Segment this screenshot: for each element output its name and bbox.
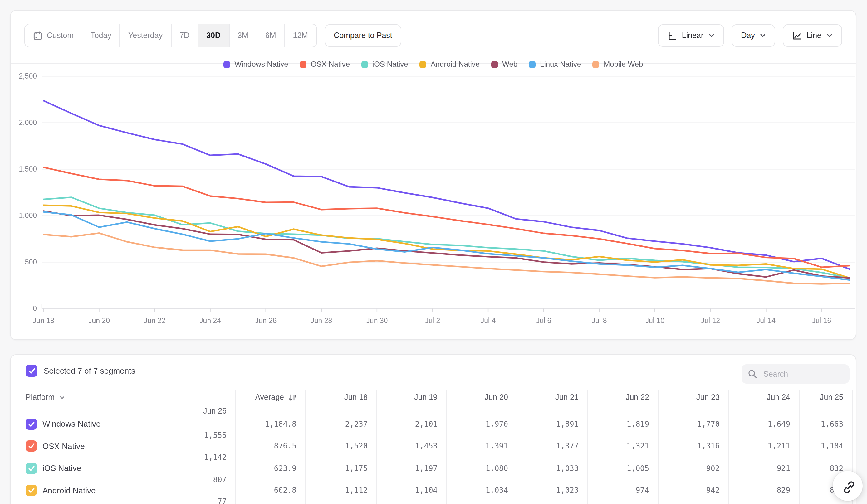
- average-cell: 1,184.8: [235, 420, 305, 428]
- range-today[interactable]: Today: [82, 24, 119, 47]
- value-cell: 1,770: [658, 420, 728, 428]
- average-header-label: Average: [255, 393, 284, 402]
- x-tick-label: Jun 22: [144, 317, 165, 325]
- row-checkbox-windows-native[interactable]: [25, 418, 37, 430]
- value-cell: 1,211: [728, 442, 799, 451]
- platform-header[interactable]: Platform: [11, 393, 235, 402]
- range-12m[interactable]: 12M: [284, 24, 317, 47]
- platform-name: OSX Native: [42, 442, 85, 451]
- y-tick-label: 2,500: [19, 72, 37, 80]
- granularity-dropdown[interactable]: Day: [731, 24, 775, 47]
- average-header[interactable]: Average: [235, 393, 305, 402]
- compare-to-past-button[interactable]: Compare to Past: [324, 24, 402, 47]
- date-header-jun-21: Jun 21: [517, 393, 587, 402]
- platform-name: Windows Native: [42, 419, 100, 429]
- value-cell: 1,453: [376, 442, 446, 451]
- date-range-segmented-control: CustomTodayYesterday7D30D3M6M12M: [24, 24, 317, 47]
- selected-segments-label: Selected 7 of 7 segments: [44, 366, 135, 375]
- x-tick-label: Jul 12: [701, 317, 720, 325]
- search-box[interactable]: [741, 364, 849, 384]
- value-cell: 77: [11, 497, 235, 504]
- line-chart: 05001,0001,5002,0002,500Jun 18Jun 20Jun …: [11, 63, 856, 338]
- date-header-jun-20: Jun 20: [446, 393, 517, 402]
- series-line-osx-native: [43, 167, 849, 267]
- check-icon: [28, 465, 35, 472]
- chart-card: CustomTodayYesterday7D30D3M6M12M Compare…: [10, 10, 856, 340]
- range-custom[interactable]: Custom: [25, 24, 82, 47]
- table-row-ios-native: iOS Native623.91,1751,1971,0801,0331,005…: [11, 462, 856, 484]
- x-tick-label: Jun 20: [88, 317, 110, 325]
- chevron-down-icon: [826, 33, 833, 38]
- check-icon: [28, 368, 35, 374]
- value-cell: 1,142: [11, 453, 235, 462]
- range-6m[interactable]: 6M: [257, 24, 284, 47]
- calendar-icon: [33, 31, 42, 40]
- x-tick-label: Jun 30: [366, 317, 388, 325]
- platform-cell: Android Native: [11, 485, 235, 496]
- range-label: Today: [90, 31, 111, 40]
- series-line-linux-native: [43, 212, 849, 280]
- chevron-down-icon: [760, 33, 766, 38]
- line-chart-icon: [792, 31, 802, 40]
- y-tick-label: 1,500: [19, 165, 37, 173]
- value-cell: 1,520: [305, 442, 376, 451]
- x-tick-label: Jul 2: [425, 317, 440, 325]
- row-checkbox-ios-native[interactable]: [25, 463, 37, 474]
- value-cell: 1,080: [446, 464, 517, 473]
- range-3m[interactable]: 3M: [229, 24, 257, 47]
- value-cell: 1,023: [517, 486, 587, 495]
- share-link-button[interactable]: [833, 471, 863, 501]
- value-cell: 829: [728, 486, 799, 495]
- range-label: Yesterday: [128, 31, 163, 40]
- value-cell: 1,819: [587, 420, 658, 428]
- value-cell: 1,377: [517, 442, 587, 451]
- y-tick-label: 500: [25, 258, 37, 266]
- x-tick-label: Jun 24: [200, 317, 221, 325]
- scale-dropdown[interactable]: Linear: [658, 24, 724, 47]
- x-tick-label: Jul 16: [812, 317, 831, 325]
- row-checkbox-osx-native[interactable]: [25, 441, 37, 452]
- sort-descending-icon: [288, 393, 297, 402]
- row-checkbox-android-native[interactable]: [25, 485, 37, 496]
- x-tick-label: Jul 10: [645, 317, 664, 325]
- check-icon: [28, 443, 35, 449]
- x-tick-label: Jul 14: [757, 317, 776, 325]
- search-input[interactable]: [762, 369, 843, 379]
- value-cell: 1,112: [305, 486, 376, 495]
- table-row-osx-native: OSX Native876.51,5201,4531,3911,3771,321…: [11, 440, 856, 462]
- scale-dropdown-label: Linear: [682, 31, 704, 40]
- range-label: 7D: [180, 31, 190, 40]
- platform-cell: Windows Native: [11, 418, 235, 430]
- chevron-down-icon: [708, 33, 715, 38]
- axis-icon: [667, 31, 677, 40]
- y-tick-label: 0: [33, 304, 37, 313]
- value-cell: 1,321: [587, 442, 658, 451]
- compare-to-past-label: Compare to Past: [334, 31, 392, 40]
- range-7d[interactable]: 7D: [171, 24, 197, 47]
- platform-name: iOS Native: [42, 464, 81, 473]
- date-header-jun-24: Jun 24: [728, 393, 799, 402]
- segments-table: PlatformAverageJun 18Jun 19Jun 20Jun 21J…: [11, 391, 856, 504]
- table-row-android-native: Android Native602.81,1121,1041,0341,0239…: [11, 484, 856, 504]
- value-cell: 1,104: [376, 486, 446, 495]
- series-line-mobile-web: [43, 233, 849, 284]
- range-yesterday[interactable]: Yesterday: [119, 24, 171, 47]
- range-label: 3M: [237, 31, 248, 40]
- value-cell: 2,101: [376, 420, 446, 428]
- select-all-checkbox[interactable]: [25, 365, 38, 377]
- x-tick-label: Jun 18: [33, 317, 54, 325]
- platform-cell: iOS Native: [11, 463, 235, 474]
- range-label: 12M: [293, 31, 308, 40]
- chart-type-dropdown[interactable]: Line: [783, 24, 842, 47]
- date-header-jun-19: Jun 19: [376, 393, 446, 402]
- series-line-windows-native: [43, 101, 849, 269]
- x-tick-label: Jun 26: [255, 317, 277, 325]
- value-cell: 1,184: [799, 442, 852, 451]
- average-cell: 623.9: [235, 464, 305, 473]
- chart-display-controls: Linear Day Line: [658, 24, 842, 47]
- x-tick-label: Jul 8: [592, 317, 607, 325]
- range-30d[interactable]: 30D: [197, 24, 229, 47]
- value-cell: 2,237: [305, 420, 376, 428]
- value-cell: 1,391: [446, 442, 517, 451]
- table-row-windows-native: Windows Native1,184.82,2372,1011,9701,89…: [11, 418, 856, 440]
